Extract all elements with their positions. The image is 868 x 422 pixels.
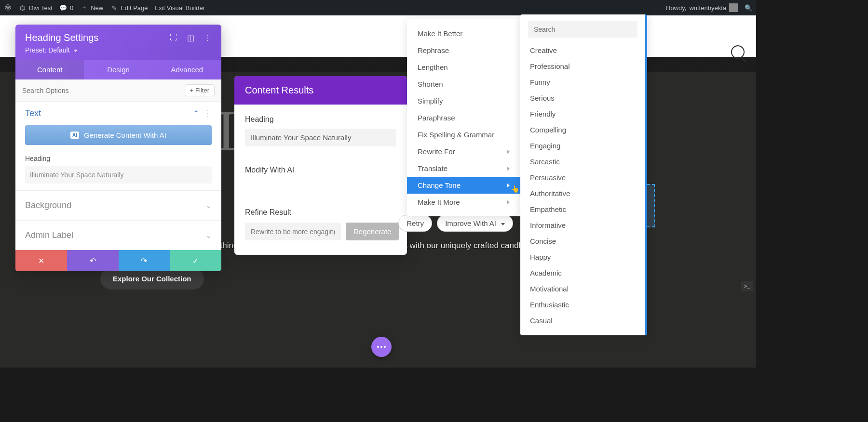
plus-icon: + [190,87,194,94]
ai-item-paraphrase[interactable]: Paraphrase [407,109,520,126]
ai-item-lengthen[interactable]: Lengthen [407,59,520,76]
tone-item-serious[interactable]: Serious [528,90,637,106]
ai-item-rewrite-for[interactable]: Rewrite For [407,143,520,160]
expand-icon[interactable]: ⛶ [170,33,177,42]
divi-fab-button[interactable] [371,337,392,357]
refine-result-label: Refine Result [245,208,396,217]
cancel-button[interactable]: ✕ [15,250,67,271]
tone-item-academic[interactable]: Academic [528,265,637,281]
tone-item-sarcastic[interactable]: Sarcastic [528,154,637,170]
section-more-icon[interactable]: ⋮ [204,109,212,118]
chevron-down-icon[interactable]: ⌄ [205,231,212,240]
ai-item-translate[interactable]: Translate [407,160,520,177]
site-name-label: Divi Test [29,4,53,12]
check-icon: ✓ [192,256,199,265]
tab-content[interactable]: Content [15,60,84,79]
comment-icon: 💬 [59,4,67,12]
ai-item-shorten[interactable]: Shorten [407,76,520,92]
undo-button[interactable]: ↶ [67,250,119,271]
tone-search-input[interactable] [528,21,637,38]
search-toggle[interactable]: 🔍 [745,4,752,12]
admin-label-section-title[interactable]: Admin Label [25,230,73,240]
ai-item-make-it-more[interactable]: Make It More [407,194,520,211]
wp-admin-bar: ⓦ ⌬Divi Test 💬0 ＋New ✎Edit Page Exit Vis… [0,0,756,15]
retry-button[interactable]: Retry [398,215,432,232]
regenerate-button[interactable]: Regenerate [346,223,399,240]
wp-logo[interactable]: ⓦ [4,4,12,12]
more-icon[interactable]: ⋮ [204,33,212,42]
chevron-right-icon [507,149,510,155]
new-link[interactable]: ＋New [80,4,103,12]
site-name[interactable]: ⌬Divi Test [18,4,53,12]
refine-input[interactable] [245,223,341,240]
chevron-down-icon[interactable]: ⌄ [205,201,212,210]
tone-submenu: CreativeProfessionalFunnySeriousFriendly… [520,14,647,335]
improve-label: Improve With AI [445,219,496,227]
comments-count: 0 [70,4,73,12]
tone-item-casual[interactable]: Casual [528,313,637,329]
close-icon: ✕ [38,256,44,265]
redo-button[interactable]: ↷ [119,250,170,271]
tone-item-happy[interactable]: Happy [528,249,637,265]
content-results-panel: Content Results Heading Illuminate Your … [234,76,407,255]
redo-icon: ↷ [141,256,147,265]
new-label: New [91,4,103,12]
tab-design[interactable]: Design [84,60,152,79]
result-heading-label: Heading [245,115,396,124]
heading-settings-panel: Heading Settings ⛶ ◫ ⋮ Preset: Default C… [15,25,221,271]
tone-item-compelling[interactable]: Compelling [528,122,637,138]
tone-item-funny[interactable]: Funny [528,74,637,90]
tone-item-engaging[interactable]: Engaging [528,138,637,154]
ai-badge-icon: AI [70,132,79,139]
chevron-down-icon [499,219,505,227]
tone-item-professional[interactable]: Professional [528,58,637,74]
improve-with-ai-button[interactable]: Improve With AI [437,215,513,232]
tone-item-informative[interactable]: Informative [528,217,637,233]
background-section-title[interactable]: Background [25,200,71,211]
generate-content-ai-button[interactable]: AIGenerate Content With AI [25,125,212,145]
tone-item-friendly[interactable]: Friendly [528,106,637,122]
ai-actions-menu: Make It BetterRephraseLengthenShortenSim… [407,19,520,216]
tone-item-creative[interactable]: Creative [528,42,637,58]
howdy-link[interactable]: Howdy, writtenbyekta [666,3,738,12]
preset-selector[interactable]: Preset: Default [25,46,212,54]
cursor-icon: 👆 [511,185,519,193]
snap-icon[interactable]: ◫ [187,33,194,42]
tone-item-empathetic[interactable]: Empathetic [528,201,637,217]
howdy-user: writtenbyekta [689,4,726,12]
tone-item-persuasive[interactable]: Persuasive [528,170,637,185]
ai-item-change-tone[interactable]: Change Tone [407,177,520,194]
edit-page-label: Edit Page [121,4,148,12]
theme-search-icon[interactable] [731,45,745,59]
save-button[interactable]: ✓ [170,250,221,271]
retry-label: Retry [407,219,424,227]
tone-item-authoritative[interactable]: Authoritative [528,185,637,201]
ai-item-fix-spelling-grammar[interactable]: Fix Spelling & Grammar [407,126,520,143]
tone-item-motivational[interactable]: Motivational [528,281,637,297]
edit-page-link[interactable]: ✎Edit Page [110,4,148,12]
undo-icon: ↶ [90,256,96,265]
chevron-down-icon [72,46,78,54]
plus-icon: ＋ [80,4,88,12]
ai-item-make-it-better[interactable]: Make It Better [407,25,520,42]
panel-title: Heading Settings [25,32,98,43]
comments-link[interactable]: 💬0 [59,4,73,12]
preset-label: Preset: Default [25,46,70,54]
tone-item-concise[interactable]: Concise [528,233,637,249]
ai-item-simplify[interactable]: Simplify [407,92,520,109]
chevron-up-icon[interactable]: ⌃ [193,109,199,118]
text-section-title[interactable]: Text [25,108,41,119]
dashboard-icon: ⌬ [18,4,26,12]
heading-input[interactable] [25,166,212,184]
search-options-input[interactable] [22,87,185,94]
modify-with-ai-label: Modify With AI [245,166,396,174]
ai-item-rephrase[interactable]: Rephrase [407,42,520,59]
tab-advanced[interactable]: Advanced [153,60,221,79]
tone-item-enthusiastic[interactable]: Enthusiastic [528,297,637,313]
wordpress-icon: ⓦ [4,4,12,12]
avatar [729,3,738,12]
dev-console-badge[interactable]: >_ [741,281,753,291]
filter-label: Filter [195,87,209,94]
exit-vb-link[interactable]: Exit Visual Builder [155,4,205,12]
filter-button[interactable]: +Filter [185,84,215,96]
